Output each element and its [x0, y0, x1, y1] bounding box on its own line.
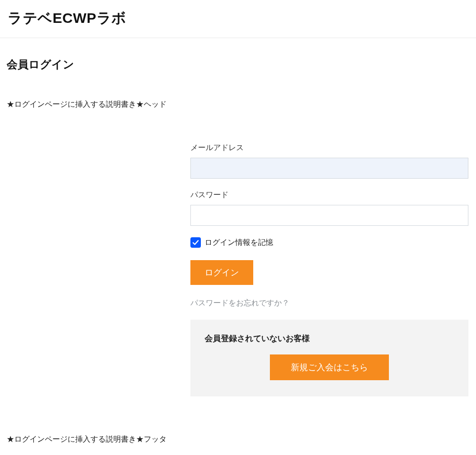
forgot-password-link[interactable]: パスワードをお忘れですか？	[190, 298, 289, 308]
register-title: 会員登録されていないお客様	[205, 333, 454, 344]
login-spacer	[7, 143, 190, 396]
password-label: パスワード	[190, 190, 468, 200]
site-title: ラテベECWPラボ	[8, 9, 468, 28]
password-input[interactable]	[190, 205, 468, 226]
email-label: メールアドレス	[190, 143, 468, 153]
site-header: ラテベECWPラボ	[0, 0, 476, 38]
remember-label: ログイン情報を記憶	[205, 238, 273, 248]
login-area: メールアドレス パスワード ログイン情報を記憶 ログイン パスワードをお忘れです…	[7, 143, 469, 396]
login-head-description: ★ログインページに挿入する説明書き★ヘッド	[7, 100, 469, 110]
check-icon	[192, 239, 199, 246]
login-button[interactable]: ログイン	[190, 260, 253, 285]
register-box: 会員登録されていないお客様 新規ご入会はこちら	[190, 320, 468, 396]
email-input[interactable]	[190, 158, 468, 179]
password-field-group: パスワード	[190, 190, 468, 226]
login-button-row: ログイン	[190, 260, 468, 285]
remember-row: ログイン情報を記憶	[190, 237, 468, 248]
remember-checkbox[interactable]	[190, 237, 201, 248]
register-button-wrap: 新規ご入会はこちら	[205, 354, 454, 380]
email-field-group: メールアドレス	[190, 143, 468, 179]
page-body: 会員ログイン ★ログインページに挿入する説明書き★ヘッド メールアドレス パスワ…	[0, 38, 476, 455]
login-foot-description: ★ログインページに挿入する説明書き★フッタ	[7, 435, 469, 445]
page-title: 会員ログイン	[7, 57, 469, 72]
register-button[interactable]: 新規ご入会はこちら	[270, 354, 389, 380]
login-form: メールアドレス パスワード ログイン情報を記憶 ログイン パスワードをお忘れです…	[190, 143, 468, 396]
